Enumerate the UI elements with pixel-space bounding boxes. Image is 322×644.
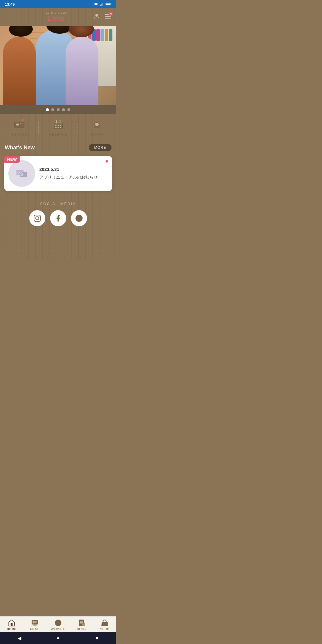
reserve-nav-item[interactable]: RESERVE bbox=[39, 119, 78, 136]
svg-rect-20 bbox=[54, 124, 63, 125]
svg-rect-16 bbox=[20, 125, 22, 125]
time: 13:49 bbox=[5, 2, 15, 7]
profile-button[interactable] bbox=[93, 13, 100, 22]
header-logo: HAIR × CAFE Lieto bbox=[20, 12, 93, 23]
coupon-nav-item[interactable]: COUPON bbox=[0, 119, 39, 136]
svg-rect-27 bbox=[58, 127, 59, 128]
signal-icon bbox=[100, 2, 104, 6]
header: HAIR × CAFE Lieto N bbox=[0, 8, 116, 26]
svg-rect-7 bbox=[106, 4, 110, 5]
status-bar: 13:49 bbox=[0, 0, 116, 8]
svg-rect-31 bbox=[93, 128, 100, 129]
svg-rect-1 bbox=[100, 5, 100, 6]
notification-badge: N bbox=[109, 12, 113, 16]
svg-rect-12 bbox=[15, 122, 24, 128]
social-icons bbox=[0, 210, 116, 226]
svg-point-38 bbox=[36, 217, 39, 220]
menu-button[interactable]: N bbox=[104, 13, 112, 22]
whats-new-header: What's New MORE bbox=[0, 141, 116, 154]
carousel-dots bbox=[0, 105, 116, 114]
stamp-icon bbox=[89, 119, 104, 131]
svg-rect-10 bbox=[105, 16, 111, 17]
person-right bbox=[66, 37, 98, 105]
carousel-dot-1[interactable] bbox=[46, 108, 49, 111]
stamp-label: STAMP bbox=[91, 133, 103, 136]
svg-point-36 bbox=[21, 174, 23, 176]
news-date: 2023.5.31 bbox=[39, 167, 108, 172]
svg-point-8 bbox=[95, 14, 98, 16]
hero-people bbox=[0, 26, 116, 105]
coupon-icon bbox=[12, 119, 27, 131]
whats-new-title: What's New bbox=[5, 145, 35, 151]
website-button[interactable] bbox=[71, 210, 87, 226]
status-icons bbox=[94, 2, 112, 6]
reserve-label: RESERVE bbox=[49, 133, 67, 136]
news-thumbnail bbox=[8, 160, 35, 187]
carousel-dot-3[interactable] bbox=[57, 108, 60, 111]
svg-rect-28 bbox=[60, 127, 61, 128]
hair-cafe-label: HAIR × CAFE bbox=[20, 12, 93, 15]
news-section: NEW 2023.5.31 アプリリニューアルのお知らせ bbox=[0, 156, 116, 197]
svg-point-0 bbox=[95, 5, 96, 6]
svg-rect-26 bbox=[55, 127, 57, 128]
reserve-icon bbox=[51, 119, 66, 131]
news-card[interactable]: NEW 2023.5.31 アプリリニューアルのお知らせ bbox=[4, 156, 112, 191]
battery-icon bbox=[106, 2, 112, 6]
new-banner: NEW bbox=[4, 156, 20, 163]
news-unread-dot bbox=[106, 160, 108, 162]
svg-rect-14 bbox=[16, 124, 19, 126]
header-icons: N bbox=[93, 13, 112, 22]
svg-rect-15 bbox=[20, 124, 23, 124]
svg-rect-37 bbox=[34, 215, 41, 222]
stamp-nav-item[interactable]: STAMP bbox=[78, 119, 116, 136]
more-button[interactable]: MORE bbox=[89, 144, 112, 151]
svg-point-33 bbox=[95, 123, 99, 126]
facebook-button[interactable] bbox=[50, 210, 66, 226]
svg-rect-25 bbox=[60, 125, 61, 126]
carousel-dot-5[interactable] bbox=[67, 108, 70, 111]
svg-rect-24 bbox=[58, 125, 59, 126]
wifi-icon bbox=[94, 2, 98, 6]
news-title: アプリリニューアルのお知らせ bbox=[39, 174, 108, 180]
carousel-dot-4[interactable] bbox=[62, 108, 65, 111]
logo-text: Lieto bbox=[20, 15, 93, 23]
svg-rect-3 bbox=[102, 3, 102, 6]
person-left bbox=[3, 37, 36, 105]
spacer bbox=[0, 232, 116, 259]
instagram-button[interactable] bbox=[29, 210, 45, 226]
svg-rect-23 bbox=[55, 125, 57, 126]
svg-rect-11 bbox=[105, 18, 111, 19]
coupon-label: COUPON bbox=[11, 133, 27, 136]
quick-nav: COUPON RESERVE bbox=[0, 114, 116, 141]
hero-image bbox=[0, 26, 116, 105]
svg-rect-4 bbox=[103, 3, 103, 6]
social-title: SOCIAL MEDIA bbox=[0, 202, 116, 206]
carousel-dot-2[interactable] bbox=[51, 108, 54, 111]
news-content: 2023.5.31 アプリリニューアルのお知らせ bbox=[39, 167, 108, 180]
coupon-new-dot bbox=[21, 119, 24, 121]
svg-point-39 bbox=[39, 216, 40, 217]
svg-rect-2 bbox=[101, 4, 101, 6]
social-section: SOCIAL MEDIA bbox=[0, 197, 116, 232]
svg-rect-6 bbox=[111, 4, 111, 5]
